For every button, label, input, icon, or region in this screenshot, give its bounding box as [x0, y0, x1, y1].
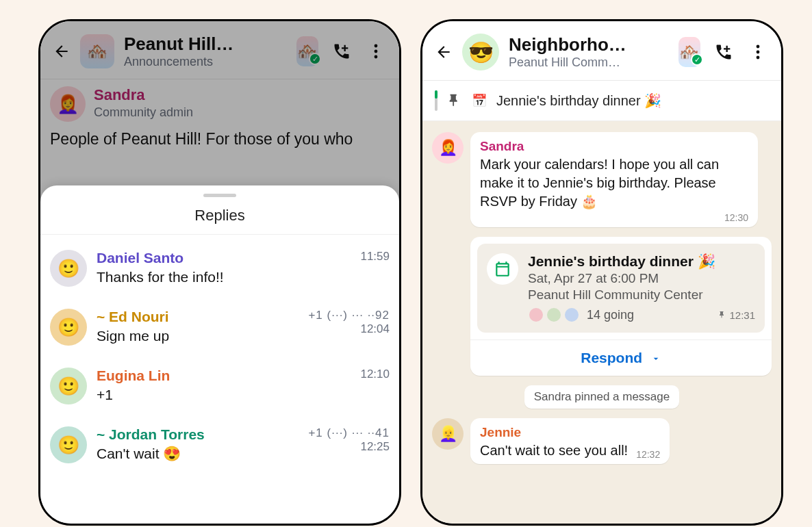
chat-header: 🏘️ Peanut Hill… Announcements 🏘️ ✓	[40, 21, 399, 79]
reply-item[interactable]: 🙂 Eugina Lin +1 12:10	[50, 357, 390, 415]
reply-text: Thanks for the info!!	[97, 269, 320, 285]
reply-time: 11:59	[329, 250, 390, 264]
pin-icon	[447, 93, 462, 108]
pinned-bar[interactable]: 📅 Jennie's birthday dinner 🎉	[422, 81, 781, 121]
pinned-text: Jennie's birthday dinner 🎉	[496, 92, 661, 109]
message-row[interactable]: 👩‍🦰 Sandra Mark your calendars! I hope y…	[432, 132, 772, 227]
back-button[interactable]	[435, 43, 453, 61]
sender-avatar[interactable]: 👩‍🦰	[432, 132, 464, 164]
chat-titles[interactable]: Neighborho… Peanut Hill Comm…	[509, 34, 669, 70]
message-bubble[interactable]: Sandra Mark your calendars! I hope you a…	[470, 132, 758, 227]
reply-meta: +1 (···) ··· ··41 12:25	[308, 426, 390, 463]
reply-text: Sign me up	[97, 328, 299, 344]
community-avatar[interactable]: 🏘️	[80, 34, 114, 68]
message-row[interactable]: 👱‍♀️ Jennie Can't wait to see you all! 1…	[432, 418, 772, 464]
message-bubble[interactable]: Jennie Can't wait to see you all! 12:32	[470, 418, 670, 464]
svg-point-0	[375, 44, 378, 48]
kebab-icon	[756, 44, 760, 60]
more-menu-button[interactable]	[747, 41, 769, 63]
arrow-left-icon	[435, 43, 453, 61]
reply-sender-name: ~ Jordan Torres	[97, 426, 299, 443]
reply-avatar[interactable]: 🙂	[50, 368, 87, 404]
reply-text: +1	[97, 387, 320, 403]
svg-point-2	[375, 55, 378, 59]
replies-sheet: Replies 🙂 Daniel Santo Thanks for the in…	[40, 185, 399, 524]
sender-role: Community admin	[94, 105, 193, 120]
phone-plus-icon	[714, 42, 733, 62]
reply-text: Can't wait 😍	[97, 446, 299, 462]
group-avatar[interactable]: 😎	[462, 34, 499, 70]
pin-indicator	[435, 90, 437, 111]
svg-point-1	[375, 50, 378, 53]
attendee-avatar	[546, 307, 562, 323]
reply-avatar[interactable]: 🙂	[50, 250, 87, 287]
reply-time: 12:25	[308, 440, 390, 454]
going-count: 14 going	[587, 308, 634, 322]
calendar-icon	[487, 253, 518, 285]
event-card[interactable]: Jennie's birthday dinner 🎉 Sat, Apr 27 a…	[477, 244, 765, 333]
reply-sender-name: Eugina Lin	[97, 368, 320, 384]
chat-subtitle: Peanut Hill Comm…	[509, 55, 669, 70]
original-message-area: 👩‍🦰 Sandra Community admin People of Pea…	[40, 79, 399, 157]
arrow-left-icon	[53, 42, 71, 60]
reply-sender-name: Daniel Santo	[97, 250, 320, 266]
linked-community-icon[interactable]: 🏘️ ✓	[678, 41, 700, 63]
reply-time: 12:10	[329, 368, 390, 381]
reply-item[interactable]: 🙂 Daniel Santo Thanks for the info!! 11:…	[50, 239, 390, 298]
event-title: Jennie's birthday dinner 🎉	[528, 253, 755, 270]
message-time: 12:30	[480, 212, 748, 223]
event-location: Peanut Hill Community Center	[528, 287, 755, 303]
phone-fragment: +1 (···) ··· ··41	[308, 426, 390, 440]
chevron-down-icon	[650, 353, 661, 364]
attendee-avatar	[563, 307, 580, 323]
system-message: Sandra pinned a message	[524, 385, 679, 409]
phone-fragment: +1 (···) ··· ··92	[308, 309, 390, 322]
event-bubble[interactable]: Jennie's birthday dinner 🎉 Sat, Apr 27 a…	[470, 237, 772, 376]
kebab-icon	[374, 43, 378, 60]
chat-titles[interactable]: Peanut Hill… Announcements	[124, 34, 287, 69]
sender-avatar[interactable]: 👩‍🦰	[50, 86, 86, 122]
sender-name: Sandra	[94, 86, 193, 104]
reply-meta: 11:59	[329, 250, 390, 287]
event-time: 12:31	[718, 309, 755, 321]
calendar-icon: 📅	[472, 93, 487, 108]
sender-avatar[interactable]: 👱‍♀️	[432, 418, 464, 450]
message-text: Can't wait to see you all!	[480, 441, 628, 460]
pin-icon	[718, 311, 726, 319]
phone-plus-icon	[332, 42, 351, 61]
chat-title: Peanut Hill…	[124, 34, 287, 55]
reply-item[interactable]: 🙂 ~ Ed Nouri Sign me up +1 (···) ··· ··9…	[50, 298, 390, 357]
chat-subtitle: Announcements	[124, 55, 287, 69]
verified-check-icon: ✓	[691, 53, 703, 66]
original-message-text: People of Peanut Hill! For those of you …	[50, 129, 390, 150]
svg-point-4	[757, 51, 760, 54]
attendee-avatar	[528, 307, 544, 323]
add-call-button[interactable]	[331, 40, 353, 62]
chat-title: Neighborho…	[509, 34, 669, 55]
event-row: Jennie's birthday dinner 🎉 Sat, Apr 27 a…	[432, 237, 772, 376]
sender-name: Sandra	[480, 139, 748, 154]
messages[interactable]: 👩‍🦰 Sandra Mark your calendars! I hope y…	[422, 121, 781, 475]
chat-header: 😎 Neighborho… Peanut Hill Comm… 🏘️ ✓	[422, 21, 781, 81]
add-call-button[interactable]	[713, 41, 735, 63]
back-button[interactable]	[53, 42, 71, 60]
reply-avatar[interactable]: 🙂	[50, 309, 87, 346]
message-time: 12:32	[636, 449, 660, 460]
sender-name: Jennie	[480, 425, 660, 440]
verified-check-icon: ✓	[309, 53, 321, 65]
drag-handle[interactable]	[203, 194, 236, 197]
reply-item[interactable]: 🙂 ~ Jordan Torres Can't wait 😍 +1 (···) …	[50, 415, 390, 474]
sheet-title: Replies	[40, 201, 399, 235]
respond-button[interactable]: Respond	[470, 339, 772, 376]
svg-point-5	[757, 56, 760, 60]
message-text: Mark your calendars! I hope you all can …	[480, 155, 748, 211]
linked-community-icon[interactable]: 🏘️ ✓	[296, 40, 318, 62]
more-menu-button[interactable]	[365, 40, 387, 62]
reply-avatar[interactable]: 🙂	[50, 426, 87, 463]
event-datetime: Sat, Apr 27 at 6:00 PM	[528, 271, 755, 286]
phone-right: 😎 Neighborho… Peanut Hill Comm… 🏘️ ✓ 📅 J…	[420, 19, 783, 526]
reply-list[interactable]: 🙂 Daniel Santo Thanks for the info!! 11:…	[40, 235, 399, 524]
svg-point-3	[757, 45, 760, 49]
reply-time: 12:04	[308, 322, 390, 336]
phone-left: 🏘️ Peanut Hill… Announcements 🏘️ ✓ 👩‍🦰 S…	[38, 19, 401, 526]
